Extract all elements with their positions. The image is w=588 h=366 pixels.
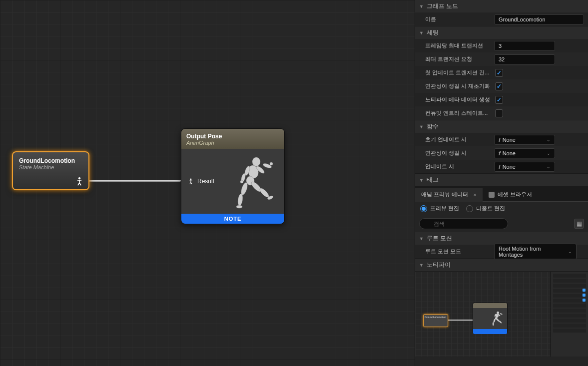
graph-canvas[interactable]: GroundLocomotion State Machine Output Po… — [0, 0, 415, 366]
section-root-motion[interactable]: ▼ 루트 모션 — [415, 232, 588, 245]
preview-thumbnail[interactable]: GroundLocomotion — [415, 272, 588, 357]
section-functions[interactable]: ▼ 함수 — [415, 120, 588, 133]
row-reinit-relevancy: 연관성이 생길 시 재초기화 — [415, 79, 588, 93]
svg-point-0 — [78, 177, 80, 179]
mannequin-icon — [488, 310, 505, 327]
row-notify-meta: 노티파이 메타 데이터 생성 — [415, 93, 588, 106]
output-node-note[interactable]: NOTE — [181, 214, 284, 224]
root-motion-mode-dropdown[interactable]: Root Motion from Montages ⌄ — [494, 244, 577, 260]
row-max-trans-per-frame: 프레임당 최대 트랜지션 — [415, 39, 588, 52]
triangle-down-icon: ▼ — [419, 30, 424, 35]
state-node-subtitle: State Machine — [19, 164, 82, 170]
section-graph-node[interactable]: ▼ 그래프 노드 — [415, 0, 588, 12]
on-become-relevant-dropdown[interactable]: fNone ⌄ — [494, 148, 555, 158]
result-pin-label: Result — [197, 178, 214, 185]
radio-dot-icon — [466, 205, 473, 212]
output-node-body: Result — [181, 149, 284, 214]
svg-point-26 — [493, 322, 494, 326]
thumbnail-output-node — [473, 303, 508, 334]
row-on-become-relevant: 연관성이 생길 시 fNone ⌄ — [415, 146, 588, 160]
chevron-down-icon: ⌄ — [568, 249, 572, 254]
row-name: 이름 — [415, 12, 588, 26]
output-node-header: Output Pose AnimGraph — [181, 129, 284, 149]
svg-point-7 — [270, 162, 273, 165]
lower-tabs: 애님 프리뷰 에디터 × 에셋 브라우저 — [415, 187, 588, 202]
conduit-entry-checkbox[interactable] — [495, 109, 503, 117]
svg-point-12 — [258, 187, 270, 198]
svg-point-25 — [493, 319, 496, 323]
max-trans-per-frame-input[interactable] — [494, 41, 555, 51]
mannequin-icon — [224, 153, 279, 210]
row-on-update: 업데이트 시 fNone ⌄ — [415, 160, 588, 173]
svg-point-21 — [500, 313, 503, 315]
triangle-down-icon: ▼ — [419, 236, 424, 241]
row-root-motion-mode: 루트 모션 모드 Root Motion from Montages ⌄ — [415, 245, 588, 258]
notify-meta-checkbox[interactable] — [495, 96, 503, 104]
section-notify[interactable]: ▼ 노티파이 — [415, 259, 588, 271]
close-icon[interactable]: × — [473, 192, 476, 198]
row-on-initial-update: 초기 업데이트 시 fNone ⌄ — [415, 133, 588, 146]
asset-icon — [489, 192, 495, 198]
thumbnail-state-node: GroundLocomotion — [423, 314, 448, 327]
on-update-dropdown[interactable]: fNone ⌄ — [494, 162, 555, 172]
max-trans-req-input[interactable] — [494, 54, 555, 64]
tab-anim-preview-editor[interactable]: 애님 프리뷰 에디터 × — [415, 188, 483, 202]
grid-settings-button[interactable]: ▦ — [574, 219, 584, 229]
chevron-down-icon: ⌄ — [547, 137, 551, 142]
result-pin[interactable]: Result — [181, 178, 214, 185]
search-input[interactable] — [419, 218, 508, 229]
graph-wire — [88, 180, 181, 182]
thumbnail-details-panel — [551, 272, 588, 357]
state-machine-node[interactable]: GroundLocomotion State Machine — [12, 151, 89, 190]
triangle-down-icon: ▼ — [419, 124, 424, 129]
person-icon[interactable] — [74, 176, 84, 186]
triangle-down-icon: ▼ — [419, 178, 424, 183]
row-conduit-entry: 컨듀잇 엔트리 스테이트... — [415, 106, 588, 120]
svg-point-15 — [237, 193, 243, 206]
svg-point-2 — [252, 157, 260, 166]
svg-point-14 — [240, 182, 249, 196]
details-panel: ▼ 그래프 노드 이름 ▼ 세팅 프레임당 최대 트랜지션 최대 트랜지션 요청 — [415, 0, 588, 366]
name-input[interactable] — [494, 14, 584, 24]
section-settings[interactable]: ▼ 세팅 — [415, 26, 588, 39]
svg-point-1 — [190, 178, 192, 180]
svg-point-24 — [499, 320, 502, 324]
on-initial-update-dropdown[interactable]: fNone ⌄ — [494, 135, 555, 145]
thumbnail-wire — [448, 320, 473, 321]
thumbnail-graph: GroundLocomotion — [415, 272, 551, 357]
reinit-relevancy-checkbox[interactable] — [495, 82, 503, 90]
tab-asset-browser[interactable]: 에셋 브라우저 — [483, 188, 538, 201]
svg-point-16 — [236, 205, 242, 208]
chevron-down-icon: ⌄ — [547, 151, 551, 156]
svg-point-17 — [497, 312, 499, 314]
row-first-update-trans: 첫 업데이트 트랜지션 건... — [415, 66, 588, 79]
triangle-down-icon: ▼ — [419, 263, 424, 268]
first-update-trans-checkbox[interactable] — [495, 69, 503, 77]
chevron-down-icon: ⌄ — [547, 164, 551, 169]
radio-preview-edit[interactable]: 프리뷰 편집 — [420, 205, 459, 212]
person-icon — [187, 178, 194, 185]
output-node-subtitle: AnimGraph — [186, 140, 279, 146]
row-max-trans-req: 최대 트랜지션 요청 — [415, 52, 588, 66]
edit-mode-radios: 프리뷰 편집 디폴트 편집 — [415, 202, 588, 215]
search-row: 🔍 ▦ — [415, 215, 588, 232]
radio-default-edit[interactable]: 디폴트 편집 — [466, 205, 505, 212]
radio-dot-icon — [420, 205, 427, 212]
state-node-title: GroundLocomotion — [19, 157, 82, 164]
triangle-down-icon: ▼ — [419, 4, 424, 9]
section-tag[interactable]: ▼ 태그 — [415, 174, 588, 186]
output-pose-node[interactable]: Output Pose AnimGraph Result — [181, 128, 285, 224]
output-node-title: Output Pose — [186, 133, 279, 140]
svg-point-10 — [240, 180, 243, 183]
